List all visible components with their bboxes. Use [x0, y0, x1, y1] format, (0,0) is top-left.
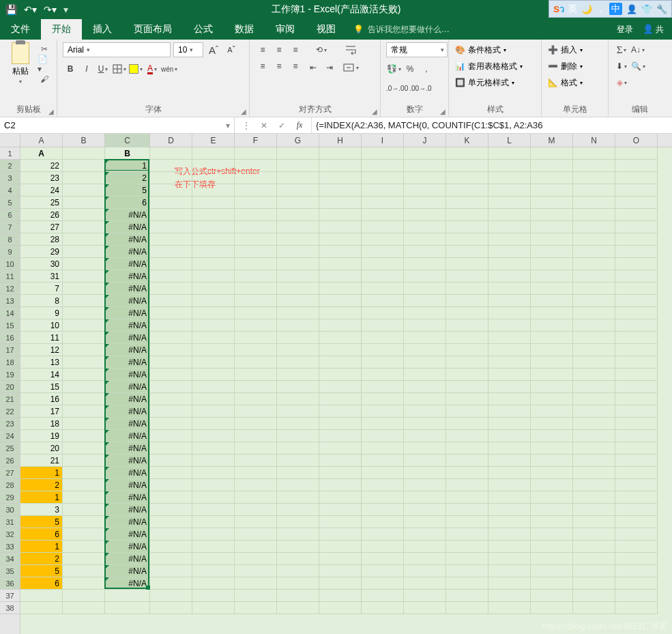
enter-formula-icon[interactable]: ✓ [273, 117, 291, 134]
cell-G26[interactable] [277, 455, 319, 467]
cell-D25[interactable] [150, 442, 192, 455]
cell-J22[interactable] [404, 405, 446, 418]
cell-D33[interactable] [150, 541, 192, 553]
cell-F10[interactable] [235, 258, 277, 270]
cell-E20[interactable] [192, 381, 235, 393]
cell-B20[interactable] [63, 381, 105, 393]
cell-K7[interactable] [446, 221, 488, 233]
cell-G14[interactable] [277, 307, 319, 319]
cell-H36[interactable] [319, 577, 362, 590]
cell-D31[interactable] [150, 516, 192, 528]
cell-J15[interactable] [404, 319, 446, 332]
merge-center-button[interactable] [342, 60, 359, 75]
cell-K5[interactable] [446, 197, 488, 209]
save-icon[interactable]: 💾 [5, 4, 17, 15]
dialog-launcher-icon[interactable]: ◢ [372, 108, 377, 115]
cell-I29[interactable] [362, 491, 404, 504]
cell-D24[interactable] [150, 430, 192, 442]
cell-J7[interactable] [404, 221, 446, 233]
cell-L25[interactable] [488, 442, 531, 455]
cell-A22[interactable]: 17 [20, 405, 63, 418]
cell-K6[interactable] [446, 209, 488, 221]
cell-N12[interactable] [573, 283, 615, 295]
cell-F22[interactable] [235, 405, 277, 418]
cut-icon[interactable]: ✂ [38, 42, 51, 56]
decrease-indent-icon[interactable]: ⇤ [306, 60, 321, 75]
cell-I18[interactable] [362, 356, 404, 369]
cell-J2[interactable] [404, 160, 446, 172]
col-header-O[interactable]: O [615, 134, 658, 147]
cell-H14[interactable] [319, 307, 362, 319]
cell-O12[interactable] [615, 283, 658, 295]
cell-K2[interactable] [446, 160, 488, 172]
cell-H28[interactable] [319, 479, 362, 491]
cell-L7[interactable] [488, 221, 531, 233]
cell-K17[interactable] [446, 344, 488, 356]
cell-J11[interactable] [404, 270, 446, 283]
cell-F36[interactable] [235, 577, 277, 590]
cell-A31[interactable]: 5 [20, 516, 63, 528]
cell-N18[interactable] [573, 356, 615, 369]
cell-F1[interactable] [235, 147, 277, 160]
cell-O30[interactable] [615, 504, 658, 516]
cell-E23[interactable] [192, 418, 235, 430]
cell-F6[interactable] [235, 209, 277, 221]
cell-N28[interactable] [573, 479, 615, 491]
cell-I22[interactable] [362, 405, 404, 418]
cell-D37[interactable] [150, 590, 192, 602]
cell-L37[interactable] [488, 590, 531, 602]
cell-K30[interactable] [446, 504, 488, 516]
cell-N32[interactable] [573, 528, 615, 541]
cell-I15[interactable] [362, 319, 404, 332]
cell-J24[interactable] [404, 430, 446, 442]
cell-J34[interactable] [404, 553, 446, 565]
cell-N25[interactable] [573, 442, 615, 455]
row-header-8[interactable]: 8 [0, 233, 20, 246]
cell-A9[interactable]: 29 [20, 246, 63, 258]
cell-H18[interactable] [319, 356, 362, 369]
cell-D36[interactable] [150, 577, 192, 590]
cell-H20[interactable] [319, 381, 362, 393]
cell-M3[interactable] [531, 172, 573, 184]
cell-M23[interactable] [531, 418, 573, 430]
cell-G12[interactable] [277, 283, 319, 295]
cell-G22[interactable] [277, 405, 319, 418]
cell-L12[interactable] [488, 283, 531, 295]
cell-J26[interactable] [404, 455, 446, 467]
cell-O6[interactable] [615, 209, 658, 221]
cell-A36[interactable]: 6 [20, 577, 63, 590]
cell-L15[interactable] [488, 319, 531, 332]
cell-J5[interactable] [404, 197, 446, 209]
cell-K3[interactable] [446, 172, 488, 184]
cell-E3[interactable] [192, 172, 235, 184]
cell-D12[interactable] [150, 283, 192, 295]
cell-C5[interactable]: 6 [105, 197, 150, 209]
cell-E18[interactable] [192, 356, 235, 369]
row-header-17[interactable]: 17 [0, 344, 20, 356]
cell-B22[interactable] [63, 405, 105, 418]
cell-H30[interactable] [319, 504, 362, 516]
cell-I23[interactable] [362, 418, 404, 430]
align-right-icon[interactable]: ≡ [288, 59, 303, 74]
row-header-30[interactable]: 30 [0, 504, 20, 516]
cell-B18[interactable] [63, 356, 105, 369]
cell-M10[interactable] [531, 258, 573, 270]
cell-M26[interactable] [531, 455, 573, 467]
cell-C38[interactable] [105, 602, 150, 614]
cell-B31[interactable] [63, 516, 105, 528]
cell-M17[interactable] [531, 344, 573, 356]
font-color-button[interactable]: A [145, 61, 160, 76]
cell-A3[interactable]: 23 [20, 172, 63, 184]
row-header-9[interactable]: 9 [0, 246, 20, 258]
cell-B19[interactable] [63, 369, 105, 381]
cell-D19[interactable] [150, 369, 192, 381]
cell-N7[interactable] [573, 221, 615, 233]
cell-B23[interactable] [63, 418, 105, 430]
cell-J6[interactable] [404, 209, 446, 221]
border-button[interactable] [112, 61, 127, 76]
cell-A37[interactable] [20, 590, 63, 602]
cell-L3[interactable] [488, 172, 531, 184]
cell-E32[interactable] [192, 528, 235, 541]
cell-C29[interactable]: #N/A [105, 491, 150, 504]
cell-I5[interactable] [362, 197, 404, 209]
